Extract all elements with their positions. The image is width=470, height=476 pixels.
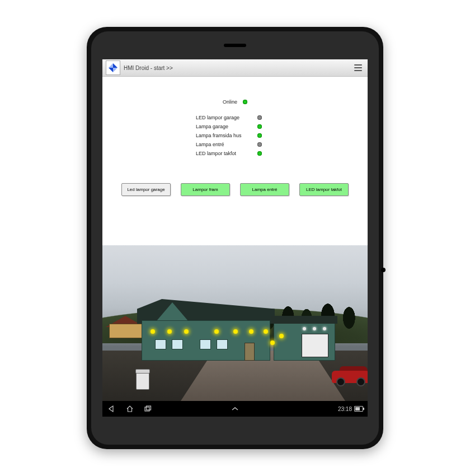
system-nav-bar: 23:18 <box>102 401 368 417</box>
expand-button[interactable] <box>230 404 240 414</box>
garage-light-icon <box>313 327 316 330</box>
recents-icon <box>144 405 152 413</box>
lamp-indicator <box>257 124 262 129</box>
garage <box>274 321 335 361</box>
garage-light-icon <box>323 327 326 330</box>
lamp-indicator <box>257 133 262 138</box>
battery-icon <box>354 406 363 412</box>
svg-marker-0 <box>113 63 118 68</box>
hmi-droid-logo-icon <box>108 63 118 73</box>
control-button[interactable]: Lampa entré <box>240 183 289 196</box>
svg-marker-1 <box>109 68 113 72</box>
lamp-indicator-cell <box>257 142 274 147</box>
led-point-icon <box>214 329 219 334</box>
back-button[interactable] <box>107 404 117 414</box>
home-button[interactable] <box>125 404 135 414</box>
lamp-label: LED lampor garage <box>196 115 257 120</box>
led-point-icon <box>270 340 275 345</box>
app-title: HMI Droid - start >> <box>124 65 352 71</box>
svg-marker-2 <box>109 63 113 68</box>
led-point-icon <box>167 329 172 334</box>
tablet-power-button[interactable] <box>381 268 386 272</box>
recents-button[interactable] <box>143 404 153 414</box>
app-logo <box>106 60 120 75</box>
trash-bin <box>136 372 149 390</box>
lamp-indicator <box>257 142 262 147</box>
led-point-icon <box>233 329 238 334</box>
screen: HMI Droid - start >> Online LED lampor g… <box>102 59 368 417</box>
status-label: Online <box>223 99 237 105</box>
led-point-icon <box>151 329 155 334</box>
tablet-speaker <box>224 44 246 47</box>
car <box>332 364 368 386</box>
app-bar: HMI Droid - start >> <box>102 59 368 77</box>
lamp-indicator <box>257 115 262 120</box>
home-icon <box>126 405 134 413</box>
lamp-indicator-cell <box>257 124 274 129</box>
tablet-frame: HMI Droid - start >> Online LED lampor g… <box>87 27 383 449</box>
led-point-icon <box>264 329 268 334</box>
expand-up-icon <box>231 406 239 412</box>
garage-light-icon <box>303 327 306 330</box>
led-point-icon <box>249 329 253 334</box>
lamp-label: Lampa entré <box>196 142 257 147</box>
svg-rect-4 <box>145 407 149 411</box>
button-row: Led lampor garageLampor framLampa entréL… <box>102 183 368 196</box>
house-scene <box>102 245 368 401</box>
control-button[interactable]: Lampor fram <box>181 183 230 196</box>
lamp-indicator-cell <box>257 115 274 120</box>
lamp-label: Lampa framsida hus <box>196 133 257 138</box>
status-indicator <box>243 100 247 104</box>
control-button[interactable]: Led lampor garage <box>121 183 171 196</box>
led-point-icon <box>184 329 189 334</box>
lamp-label: LED lampor takfot <box>196 151 257 156</box>
lamp-list: LED lampor garageLampa garageLampa frams… <box>102 115 368 156</box>
lamp-indicator <box>257 151 262 156</box>
control-panel: Online LED lampor garageLampa garageLamp… <box>102 77 368 246</box>
svg-rect-5 <box>147 406 151 410</box>
clock: 23:18 <box>338 406 352 412</box>
control-button[interactable]: LED lampor takfot <box>299 183 349 196</box>
lamp-indicator-cell <box>257 151 274 156</box>
led-point-icon <box>279 334 284 338</box>
status-line: Online <box>102 99 368 105</box>
lamp-label: Lampa garage <box>196 124 257 129</box>
menu-button[interactable] <box>352 62 364 74</box>
back-icon <box>108 405 116 413</box>
lamp-indicator-cell <box>257 133 274 138</box>
svg-marker-3 <box>113 68 118 72</box>
